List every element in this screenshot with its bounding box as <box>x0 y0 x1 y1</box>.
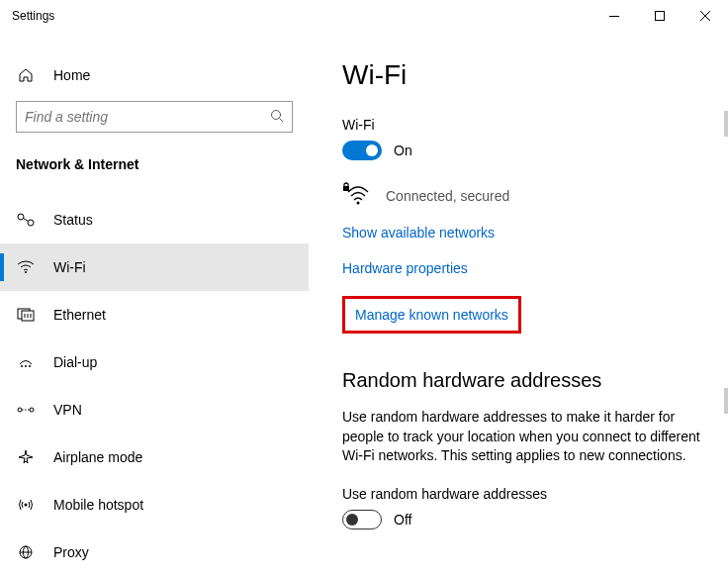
random-addresses-toggle[interactable] <box>342 510 382 529</box>
wifi-toggle-label: Wi-Fi <box>342 117 702 133</box>
sidebar-item-vpn[interactable]: VPN <box>0 386 309 433</box>
sidebar-item-ethernet[interactable]: Ethernet <box>0 291 309 338</box>
sidebar-item-airplane[interactable]: Airplane mode <box>0 433 309 481</box>
random-toggle-label: Use random hardware addresses <box>342 486 702 502</box>
content-pane: Wi-Fi Wi-Fi On Connected, secured Show a… <box>309 32 728 577</box>
proxy-icon <box>16 544 36 560</box>
svg-point-7 <box>28 220 34 226</box>
home-icon <box>16 67 36 83</box>
svg-point-15 <box>21 365 23 367</box>
sidebar-item-dialup[interactable]: Dial-up <box>0 338 309 386</box>
hotspot-icon <box>16 497 36 513</box>
connection-status: Connected, secured <box>386 188 509 204</box>
svg-point-25 <box>357 202 360 205</box>
airplane-icon <box>16 449 36 465</box>
link-manage-known-networks[interactable]: Manage known networks <box>355 307 508 323</box>
sidebar-item-label: Wi-Fi <box>53 259 86 275</box>
window-controls <box>592 0 728 32</box>
sidebar-home[interactable]: Home <box>0 53 309 97</box>
sidebar-item-hotspot[interactable]: Mobile hotspot <box>0 481 309 529</box>
sidebar-item-label: Status <box>53 212 93 228</box>
svg-point-9 <box>25 271 27 273</box>
sidebar-item-label: Dial-up <box>53 354 97 370</box>
maximize-button[interactable] <box>637 0 682 32</box>
svg-point-21 <box>25 504 28 507</box>
scrollbar[interactable] <box>724 111 728 137</box>
ethernet-icon <box>16 308 36 322</box>
titlebar: Settings <box>0 0 728 32</box>
wifi-toggle[interactable] <box>342 141 382 160</box>
minimize-button[interactable] <box>592 0 637 32</box>
sidebar-item-label: Proxy <box>53 544 89 560</box>
svg-point-6 <box>18 214 24 220</box>
sidebar-item-label: VPN <box>53 402 82 418</box>
svg-line-5 <box>280 118 284 122</box>
search-icon <box>270 109 284 126</box>
svg-rect-26 <box>343 186 349 191</box>
sidebar-item-proxy[interactable]: Proxy <box>0 529 309 576</box>
svg-point-17 <box>29 365 31 367</box>
close-button[interactable] <box>682 0 728 32</box>
sidebar-item-label: Mobile hotspot <box>53 497 143 513</box>
page-title: Wi-Fi <box>342 59 702 91</box>
sidebar: Home Network & Internet Status Wi-Fi <box>0 32 309 577</box>
svg-point-16 <box>25 365 27 367</box>
sidebar-item-label: Airplane mode <box>53 449 142 465</box>
highlight-annotation: Manage known networks <box>342 296 521 334</box>
sidebar-section-header: Network & Internet <box>0 150 309 196</box>
svg-point-18 <box>18 408 22 412</box>
window-title: Settings <box>12 9 54 23</box>
search-field[interactable] <box>25 109 270 125</box>
svg-point-4 <box>272 110 281 119</box>
wifi-secured-icon <box>342 182 370 209</box>
status-icon <box>16 213 36 227</box>
random-toggle-state: Off <box>394 512 411 528</box>
search-input[interactable] <box>16 101 293 133</box>
sidebar-item-status[interactable]: Status <box>0 196 309 243</box>
random-addresses-heading: Random hardware addresses <box>342 369 702 392</box>
link-show-networks[interactable]: Show available networks <box>342 225 702 240</box>
link-hardware-properties[interactable]: Hardware properties <box>342 260 702 276</box>
sidebar-item-wifi[interactable]: Wi-Fi <box>0 243 309 291</box>
scrollbar[interactable] <box>724 388 728 414</box>
sidebar-home-label: Home <box>53 67 90 83</box>
random-addresses-body: Use random hardware addresses to make it… <box>342 408 702 466</box>
svg-rect-0 <box>609 16 619 17</box>
wifi-toggle-state: On <box>394 143 412 158</box>
sidebar-item-label: Ethernet <box>53 307 106 323</box>
dialup-icon <box>16 355 36 369</box>
svg-point-19 <box>30 408 34 412</box>
svg-rect-1 <box>656 12 665 21</box>
vpn-icon <box>16 403 36 417</box>
svg-line-8 <box>24 219 29 222</box>
wifi-icon <box>16 260 36 274</box>
